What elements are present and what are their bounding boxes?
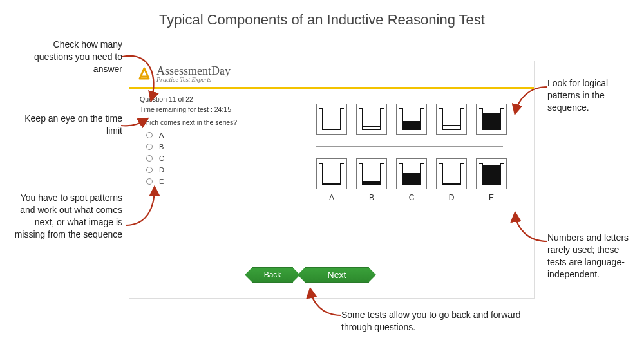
option-label: B	[159, 143, 164, 151]
option-label: D	[159, 166, 164, 174]
sequence-row	[316, 104, 522, 135]
sequence-box	[436, 158, 467, 189]
nav-buttons: Back Next	[252, 267, 369, 283]
answer-label: E	[476, 193, 507, 202]
answer-label: B	[356, 193, 387, 202]
annotation-look-logical: Look for logical patterns in the sequenc…	[547, 77, 631, 114]
annotation-questions-count: Check how many questions you need to ans…	[13, 39, 122, 75]
sequence-box	[356, 158, 387, 189]
header-divider	[129, 87, 534, 89]
radio-icon	[146, 178, 153, 185]
next-button[interactable]: Next	[305, 267, 369, 283]
sequence-box	[476, 158, 507, 189]
annotation-nav-note: Some tests allow you to go back and forw…	[341, 309, 522, 333]
logo-icon	[136, 66, 153, 82]
back-button[interactable]: Back	[252, 267, 293, 283]
radio-icon	[146, 167, 153, 173]
annotation-language-independent: Numbers and letters rarely used; these t…	[547, 232, 638, 281]
option-label: C	[159, 154, 164, 162]
answer-row	[316, 158, 522, 189]
sequence-box	[396, 104, 427, 135]
answer-labels: A B C D E	[316, 193, 522, 202]
annotation-time-limit: Keep an eye on the time limit	[13, 113, 122, 137]
sequence-box	[316, 158, 347, 189]
answer-label: C	[396, 193, 427, 202]
brand-name: AssessmentDay	[156, 65, 231, 77]
radio-icon	[146, 155, 153, 162]
page-title: Typical Components of an Inductive Reaso…	[0, 0, 644, 28]
sequence-box	[476, 104, 507, 135]
test-app-window: AssessmentDay Practice Test Experts Ques…	[129, 61, 535, 299]
answer-label: A	[316, 193, 347, 202]
sequence-box	[436, 104, 467, 135]
figure-area: A B C D E	[316, 104, 522, 202]
sequence-box	[316, 104, 347, 135]
annotation-pattern-spot: You have to spot patterns and work out w…	[8, 192, 122, 241]
sequence-divider	[316, 146, 503, 147]
brand-tagline: Practice Test Experts	[156, 77, 231, 83]
button-label: Next	[328, 270, 346, 280]
option-label: A	[159, 131, 164, 139]
sequence-box	[396, 158, 427, 189]
brand-logo: AssessmentDay Practice Test Experts	[129, 61, 534, 86]
radio-icon	[146, 132, 153, 138]
sequence-box	[356, 104, 387, 135]
answer-label: D	[436, 193, 467, 202]
radio-icon	[146, 144, 153, 150]
option-label: E	[159, 178, 164, 185]
button-label: Back	[264, 270, 281, 279]
question-counter: Question 11 of 22	[129, 93, 534, 103]
